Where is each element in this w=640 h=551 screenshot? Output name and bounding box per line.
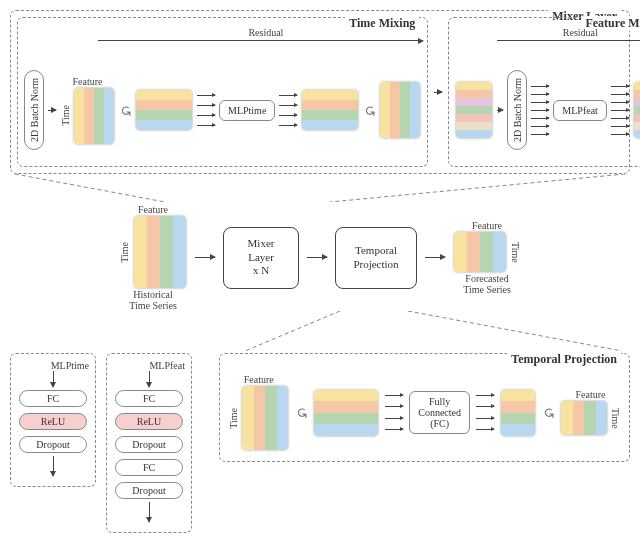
mlp-time-panel: MLPtime FC ReLU Dropout (10, 353, 96, 487)
mlp-time-title: MLPtime (51, 360, 89, 371)
tp-input-block: Feature Time (228, 374, 289, 451)
feature-label: Feature (576, 389, 606, 400)
arrow-down-icon (53, 371, 54, 387)
stripe-block (135, 89, 193, 131)
fc-box: Fully Connected (FC) (409, 391, 470, 434)
temporal-projection-op: Temporal Projection (335, 227, 417, 289)
layer-pill: Dropout (115, 482, 183, 499)
input-caption: Historical Time Series (129, 289, 177, 311)
expand-lines-icon (10, 311, 630, 351)
mlp-time-label: MLPtime (228, 105, 266, 116)
layer-pill: FC (115, 390, 183, 407)
arrow-down-icon (53, 456, 54, 476)
mlp-feat-title: MLPfeat (149, 360, 185, 371)
arrow-stack-icon (476, 390, 494, 436)
time-label: Time (610, 408, 621, 429)
time-label: Time (228, 408, 239, 429)
arrow-stack-icon (531, 82, 549, 138)
stripe-block (500, 389, 536, 437)
time-mixing-title: Time Mixing (345, 16, 419, 31)
feature-mixing-panel: Feature Mixing Residual 2D Batch Norm (448, 17, 640, 167)
transpose-icon: ↺ (361, 104, 378, 116)
layer-pill: Dropout (19, 436, 87, 453)
layer-pill: Dropout (115, 436, 183, 453)
feature-label: Feature (244, 374, 274, 385)
feature-label: Feature (472, 220, 502, 231)
arrow-icon (307, 257, 327, 258)
time-label: Time (510, 242, 521, 263)
pipeline-row: Feature Time Historical Time Series Mixe… (10, 204, 630, 311)
time-mixing-input-block: Feature Time (60, 76, 115, 145)
batch-norm-label-time: 2D Batch Norm (29, 78, 40, 142)
batch-norm-box-feat: 2D Batch Norm (507, 70, 527, 150)
mixer-layer-panel: Mixer Layer Time Mixing Residual 2D Batc… (10, 10, 630, 174)
stripe-block (455, 81, 493, 139)
pipeline-output-block: Feature Time Forecasted Time Series (453, 220, 521, 295)
arrow-icon (497, 110, 503, 111)
batch-norm-box-time: 2D Batch Norm (24, 70, 44, 150)
residual-line: Residual (98, 40, 423, 41)
mlp-feat-box: MLPfeat (553, 100, 607, 121)
mlp-feat-label: MLPfeat (562, 105, 598, 116)
svg-line-0 (15, 174, 165, 202)
expand-lines-icon (10, 174, 630, 202)
svg-line-3 (408, 311, 622, 351)
arrow-icon (425, 257, 445, 258)
feature-label: Feature (138, 204, 168, 215)
arrow-stack-icon (279, 90, 297, 130)
stripe-block (633, 81, 640, 139)
stripe-block (560, 400, 608, 436)
stripe-block (133, 215, 187, 289)
layer-pill: FC (19, 390, 87, 407)
arrow-icon (434, 92, 442, 93)
time-label: Time (60, 105, 71, 126)
mlp-feat-panel: MLPfeat FC ReLU Dropout FC Dropout (106, 353, 192, 533)
svg-line-1 (330, 174, 625, 202)
layer-pill: ReLU (19, 413, 87, 430)
arrow-down-icon (149, 502, 150, 522)
layer-pill: FC (115, 459, 183, 476)
residual-label-feat: Residual (559, 27, 602, 38)
temporal-projection-title: Temporal Projection (507, 352, 621, 367)
stripe-block (313, 389, 379, 437)
temporal-projection-panel: Temporal Projection Feature Time ↺ Fully… (219, 353, 630, 462)
mlp-time-box: MLPtime (219, 100, 275, 121)
transpose-icon: ↺ (293, 407, 310, 419)
stripe-block (379, 81, 421, 139)
svg-line-2 (245, 311, 340, 351)
mixer-layer-op: Mixer Layer x N (223, 227, 299, 289)
time-label: Time (119, 242, 130, 263)
arrow-icon (48, 110, 56, 111)
residual-line: Residual (497, 40, 640, 41)
residual-label-time: Residual (244, 27, 287, 38)
batch-norm-label-feat: 2D Batch Norm (512, 78, 523, 142)
time-mixing-panel: Time Mixing Residual 2D Batch Norm Featu… (17, 17, 428, 167)
arrow-stack-icon (611, 82, 629, 138)
output-caption: Forecasted Time Series (463, 273, 511, 295)
stripe-block (241, 385, 289, 451)
transpose-icon: ↺ (540, 407, 557, 419)
arrow-icon (195, 257, 215, 258)
arrow-stack-icon (197, 90, 215, 130)
stripe-block (73, 87, 115, 145)
tp-output-block: Feature Time (560, 389, 621, 436)
stripe-block (453, 231, 507, 273)
feature-label: Feature (73, 76, 103, 87)
arrow-stack-icon (385, 390, 403, 436)
arrow-down-icon (149, 371, 150, 387)
stripe-block (301, 89, 359, 131)
pipeline-input-block: Feature Time Historical Time Series (119, 204, 187, 311)
transpose-icon: ↺ (117, 104, 134, 116)
layer-pill: ReLU (115, 413, 183, 430)
